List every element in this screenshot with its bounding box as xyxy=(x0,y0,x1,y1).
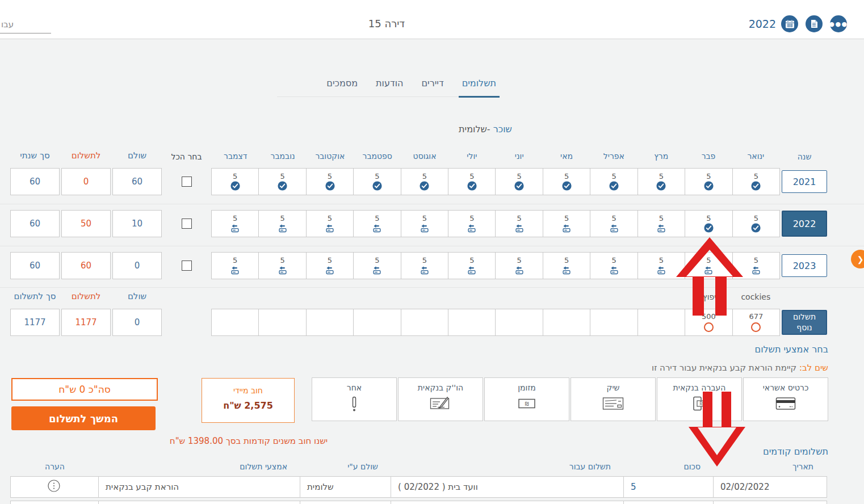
month-grid-2023: 555555555555 xyxy=(211,252,780,279)
tab-payments[interactable]: תשלומים xyxy=(459,73,500,98)
month-payment-cell-2021-יוני[interactable]: 5 xyxy=(496,169,543,195)
year-button-2022[interactable]: 2022 xyxy=(782,211,827,237)
month-payment-cell-2022-נובמבר[interactable]: 5 xyxy=(259,211,306,237)
tab-documents[interactable]: מסמכים xyxy=(323,73,361,96)
month-payment-cell-2023-מרץ[interactable]: 5 xyxy=(638,253,685,279)
note-details-icon[interactable] xyxy=(47,479,61,495)
month-header: יולי xyxy=(448,152,496,161)
pay-action-icon xyxy=(230,223,240,233)
select-all-checkbox-2023[interactable] xyxy=(182,261,192,271)
month-payment-cell-2023-דצמבר[interactable]: 5 xyxy=(212,253,259,279)
month-header: פבר xyxy=(685,152,732,161)
month-payment-cell-2021-נובמבר[interactable]: 5 xyxy=(259,169,306,195)
paid-header: שולם xyxy=(112,150,162,161)
paid-header: שולם xyxy=(112,291,162,302)
year-button-2021[interactable]: 2021 xyxy=(782,170,827,193)
method-bank-transfer[interactable]: העברה בנקאית ₪ xyxy=(657,377,742,421)
tab-messages[interactable]: הודעות xyxy=(372,73,406,96)
month-payment-cell-2022-דצמבר[interactable]: 5 xyxy=(212,211,259,237)
month-payment-cell-2023-פבר[interactable]: 5 xyxy=(685,253,732,279)
month-payment-cell-2023-מאי[interactable]: 5 xyxy=(543,253,590,279)
month-payment-cell-2023-ינואר[interactable]: 5 xyxy=(733,253,779,279)
empty-cell xyxy=(543,309,590,335)
month-header: מרץ xyxy=(637,152,685,161)
month-payment-cell-2023-נובמבר[interactable]: 5 xyxy=(259,253,306,279)
payments-row-2023: 2023 555555555555 0 60 60 xyxy=(10,252,827,279)
month-payment-cell-2022-אפריל[interactable]: 5 xyxy=(590,211,637,237)
empty-cell xyxy=(448,309,496,335)
continue-to-payment-button[interactable]: המשך לתשלום xyxy=(11,406,156,430)
month-payment-cell-2023-אפריל[interactable]: 5 xyxy=(590,253,637,279)
extra-payment-radio[interactable] xyxy=(704,322,714,332)
document-icon[interactable] xyxy=(806,15,823,32)
extra-payments-row: תשלום נוסף 677500 0 1177 1177 xyxy=(10,309,827,336)
payment-date: 02/02/2022 xyxy=(714,477,827,497)
payment-method: הוראת קבע בנקאית xyxy=(99,477,300,497)
month-payment-cell-2021-מאי[interactable]: 5 xyxy=(543,169,590,195)
pay-action-icon xyxy=(703,265,714,275)
month-payment-cell-2022-אוקטובר[interactable]: 5 xyxy=(307,211,354,237)
month-payment-cell-2021-ספטמבר[interactable]: 5 xyxy=(354,169,401,195)
extra-column-header xyxy=(637,292,685,301)
payment-by: שלומית xyxy=(300,477,391,497)
month-payment-cell-2021-אפריל[interactable]: 5 xyxy=(590,169,637,195)
previous-payment-row-partial xyxy=(10,501,827,504)
extra-payment-cell: 677 xyxy=(733,309,779,335)
select-all-checkbox-2021[interactable] xyxy=(182,177,192,187)
next-chevron-button[interactable]: ❯ xyxy=(851,250,864,268)
month-payment-cell-2022-ינואר[interactable]: 5 xyxy=(733,211,779,237)
month-payment-cell-2021-פבר[interactable]: 5 xyxy=(685,169,732,195)
month-header: יוני xyxy=(496,152,543,161)
month-payment-cell-2022-מאי[interactable]: 5 xyxy=(543,211,590,237)
extra-payment-radio[interactable] xyxy=(751,322,761,332)
method-other[interactable]: אחר xyxy=(312,377,397,421)
month-payment-cell-2021-יולי[interactable]: 5 xyxy=(448,169,496,195)
pay-action-icon xyxy=(514,265,525,275)
standing-order-notice: שים לב: קיימת הוראת קבע בנקאית עבור דירה… xyxy=(652,363,828,373)
month-payment-cell-2021-אוגוסט[interactable]: 5 xyxy=(401,169,448,195)
method-credit-card[interactable]: כרטיס אשראי xyxy=(743,377,828,421)
month-payment-cell-2023-יוני[interactable]: 5 xyxy=(496,253,543,279)
more-options-icon[interactable]: ●●● xyxy=(830,15,847,32)
extra-column-header xyxy=(496,292,543,301)
paid-check-icon xyxy=(420,181,429,191)
month-payment-cell-2023-אוקטובר[interactable]: 5 xyxy=(307,253,354,279)
month-payment-cell-2022-יוני[interactable]: 5 xyxy=(496,211,543,237)
topbar-search-input[interactable]: עבו xyxy=(0,19,51,33)
month-header: אוקטובר xyxy=(307,152,354,161)
year-button-2023[interactable]: 2023 xyxy=(782,254,827,277)
paid-check-icon xyxy=(372,181,382,191)
to-pay-header: לתשלום xyxy=(61,150,111,161)
month-payment-cell-2022-פבר[interactable]: 5 xyxy=(685,211,732,237)
paid-value: 60 xyxy=(112,168,162,195)
tab-tenants[interactable]: דיירים xyxy=(418,73,447,96)
month-header: אפריל xyxy=(590,152,637,161)
immediate-debt-box: חוב מיידי 2,575 ש"ח xyxy=(202,378,295,423)
month-payment-cell-2023-אוגוסט[interactable]: 5 xyxy=(401,253,448,279)
method-cheque[interactable]: שיק xyxy=(571,377,656,421)
month-payment-cell-2022-מרץ[interactable]: 5 xyxy=(638,211,685,237)
month-payment-cell-2023-ספטמבר[interactable]: 5 xyxy=(354,253,401,279)
payments-row-2021: 2021 555555555555 60 0 60 xyxy=(10,168,827,195)
month-payment-cell-2022-אוגוסט[interactable]: 5 xyxy=(401,211,448,237)
month-payment-cell-2021-אוקטובר[interactable]: 5 xyxy=(307,169,354,195)
month-payment-cell-2022-יולי[interactable]: 5 xyxy=(448,211,496,237)
paid-check-icon xyxy=(467,181,477,191)
month-payment-cell-2021-מרץ[interactable]: 5 xyxy=(638,169,685,195)
paid-check-icon xyxy=(704,223,714,233)
method-standing-order[interactable]: הו''ק בנקאית xyxy=(398,377,483,421)
month-payment-cell-2023-יולי[interactable]: 5 xyxy=(448,253,496,279)
month-payment-cell-2022-ספטמבר[interactable]: 5 xyxy=(354,211,401,237)
paid-check-icon xyxy=(704,181,714,191)
page-title: דירה 15 xyxy=(341,18,432,30)
month-payment-cell-2021-ינואר[interactable]: 5 xyxy=(733,169,779,195)
select-all-checkbox-2022[interactable] xyxy=(182,219,192,229)
calendar-icon[interactable] xyxy=(781,15,798,32)
additional-payment-button[interactable]: תשלום נוסף xyxy=(782,310,827,335)
tenant-name-label: -שלומית xyxy=(459,124,490,135)
selected-total-box: סה"כ 0 ש"ח xyxy=(11,378,158,401)
to-pay-value: 60 xyxy=(61,252,111,279)
method-cash[interactable]: מזומן ₪ xyxy=(484,377,569,421)
month-payment-cell-2021-דצמבר[interactable]: 5 xyxy=(212,169,259,195)
other-icon xyxy=(351,396,358,414)
